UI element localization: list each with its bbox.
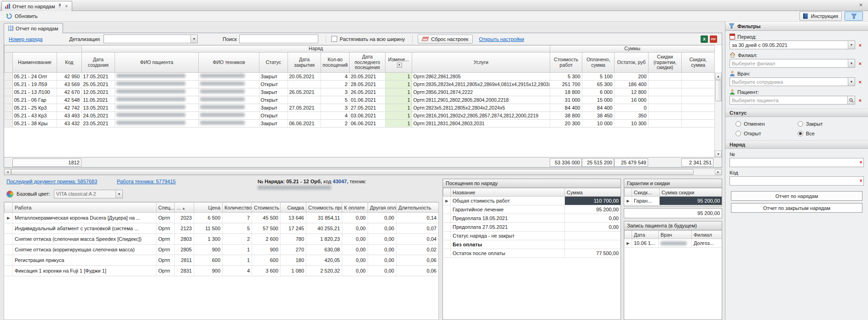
col-header-to-pay[interactable]: К оплате (342, 203, 368, 213)
cell-rest[interactable]: 12 800 (614, 88, 648, 96)
cell-cost[interactable]: 2 600 (252, 234, 281, 244)
cell-visits[interactable]: 4 (321, 73, 349, 81)
cell-paid[interactable]: 5 100 (582, 73, 614, 81)
scroll-thumb[interactable] (715, 80, 722, 101)
cell-cost[interactable]: 5 300 (550, 73, 582, 81)
clear-number-icon[interactable]: × (860, 159, 862, 165)
col-header-qty[interactable]: Количество (223, 203, 252, 213)
cell-status[interactable]: Открыт (259, 81, 287, 88)
cell-changed[interactable]: 1 (385, 112, 412, 120)
cell-other-pay[interactable]: 0,00 (368, 255, 397, 266)
radio-open[interactable]: Открыт (736, 131, 798, 136)
cell-status[interactable]: Открыт (259, 112, 287, 120)
col-header-changed[interactable]: Измене...▼ (385, 52, 412, 73)
cell-changed[interactable]: 1 (385, 104, 412, 112)
cell-discounts[interactable] (648, 112, 681, 120)
cell-changed[interactable]: 1 (385, 73, 412, 81)
cell-code[interactable]: 43 493 (57, 112, 81, 120)
order-number-link[interactable]: Номер наряда (9, 36, 43, 42)
cell-status[interactable]: Открыт (259, 96, 287, 104)
cell-discount[interactable]: 180 (281, 255, 306, 266)
cell-price[interactable]: 1 300 (194, 234, 223, 244)
col-header-discount[interactable]: Скидка (281, 203, 306, 213)
cell-services[interactable]: Ортп:2862,2861,2805 (412, 73, 550, 81)
col-header-name[interactable]: Наименование (13, 52, 57, 73)
h-scroll-thumb[interactable] (11, 169, 694, 175)
cell-sale-cost[interactable]: 40 255,21 (306, 223, 342, 234)
cell-other-pay[interactable]: 0,00 (368, 223, 397, 234)
col-header-duration[interactable]: Длительность (397, 203, 439, 213)
cell-visit-name[interactable]: Остаток после оплаты (451, 249, 565, 258)
cell-patient[interactable] (115, 120, 198, 128)
cell-paid[interactable]: 10 000 (582, 120, 614, 128)
cell-cost[interactable]: 45 500 (252, 213, 281, 223)
cell-qty[interactable]: 4 (223, 266, 252, 276)
clear-code-icon[interactable]: × (860, 178, 862, 183)
open-settings-link[interactable]: Открыть настройки (479, 36, 524, 42)
cell-doctor[interactable] (659, 239, 692, 248)
cell-visits[interactable]: 3 (321, 104, 349, 112)
scroll-up-icon[interactable]: ▲ (715, 73, 722, 80)
cell-cost[interactable]: 600 (252, 255, 281, 266)
cell-created[interactable]: 12.05.2021 (81, 88, 115, 96)
cell-other-pay[interactable]: 0,00 (368, 244, 397, 255)
pin-icon[interactable] (57, 3, 62, 9)
cell-discount-sum[interactable] (681, 81, 714, 88)
col-header-discount-sum[interactable]: Скидка, сумма (682, 52, 715, 73)
col-header-last-visit[interactable]: Дата последнего посещения (350, 52, 385, 73)
tech-work-link[interactable]: Работа техника: 5779415 (117, 179, 176, 184)
cell-discount[interactable]: 1 080 (281, 266, 306, 276)
cell-to-pay[interactable]: 0,00 (342, 266, 368, 276)
reset-settings-button[interactable]: Сброс настроек (418, 35, 473, 44)
cell-name[interactable]: 05.21 - 19 Л59 (12, 81, 57, 88)
cell-paid[interactable]: 84 400 (582, 104, 614, 112)
cell-code[interactable]: 43 432 (57, 120, 81, 128)
cell-cost[interactable]: 84 400 (550, 104, 582, 112)
report-closed-orders-button[interactable]: Отчет по закрытым нарядам (731, 203, 862, 213)
cell-sale-cost[interactable]: 630,08 (306, 244, 342, 255)
cell-discount[interactable]: 780 (281, 234, 306, 244)
col-header-code[interactable]: Код (57, 52, 82, 73)
col-header-visit-sum[interactable]: Сумма (565, 188, 621, 197)
col-header-rest[interactable]: Остаток, руб (615, 52, 649, 73)
cell-closed[interactable] (287, 96, 321, 104)
cell-branch[interactable]: Долгоз... (692, 239, 722, 248)
cell-paid[interactable]: 15 000 (582, 96, 614, 104)
filter-dropdown-icon[interactable]: ▼ (397, 63, 402, 68)
scroll-right-icon[interactable]: ► (715, 169, 722, 175)
col-header-created[interactable]: Дата создания (82, 52, 115, 73)
refresh-button[interactable]: Обновить (3, 12, 41, 21)
cell-discount-sum[interactable] (681, 104, 714, 112)
col-header-doctor[interactable]: Врач (659, 231, 692, 239)
cell-work[interactable]: Фиксация 1 коронки на Fuji 1 [Фуджи 1] (13, 266, 156, 276)
cell-cost[interactable]: 38 800 (550, 112, 582, 120)
cell-discounts[interactable] (648, 104, 681, 112)
cell-tech[interactable] (198, 120, 259, 128)
cell-tech[interactable] (198, 88, 259, 96)
cell-qty[interactable]: 1 (223, 255, 252, 266)
cell-visit-name[interactable]: Без оплаты (451, 240, 565, 249)
col-header-other-pay[interactable]: Другая оплата (368, 203, 397, 213)
col-header-tech[interactable]: ФИО техников (199, 52, 259, 73)
cell-qty[interactable]: 2 (223, 234, 252, 244)
cell-services[interactable]: Ортп:2856,2901,2874,2222 (412, 88, 550, 96)
cell-discount-sum[interactable] (681, 120, 714, 128)
export-pdf-icon[interactable]: PDF (710, 35, 717, 43)
cell-discount-sum[interactable] (681, 112, 714, 120)
col-header-visit-name[interactable]: Название (451, 188, 565, 197)
cell-tech[interactable] (198, 73, 259, 81)
chevron-down-icon[interactable]: ▼ (115, 190, 122, 198)
cell-work-code[interactable]: 2123 (175, 223, 194, 234)
detail-combobox[interactable]: ▼ (103, 35, 198, 43)
col-header-paid[interactable]: Оплачено, сумма (582, 52, 615, 73)
cell-discount-sum[interactable] (681, 73, 714, 81)
cell-visits[interactable]: 2 (321, 81, 349, 88)
cell-status[interactable]: Закрыт (259, 120, 287, 128)
order-code-input[interactable] (730, 176, 864, 186)
cell-patient[interactable] (115, 104, 198, 112)
cell-closed[interactable] (287, 81, 321, 88)
cell-discounts[interactable] (648, 120, 681, 128)
cell-work[interactable]: Индивидуальный абатмент с установкой (си… (13, 223, 156, 234)
cell-discount-type[interactable]: Гаран... (632, 197, 660, 205)
cell-visit-name[interactable]: Общая стоимость работ (451, 197, 565, 205)
